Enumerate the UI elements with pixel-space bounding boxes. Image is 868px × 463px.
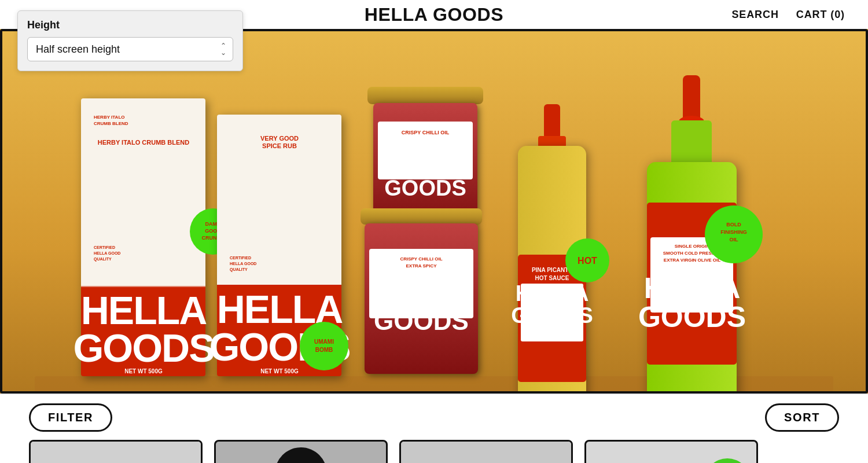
svg-text:HELLA: HELLA bbox=[644, 272, 741, 304]
svg-text:EXTRA VIRGIN OLIVE OIL: EXTRA VIRGIN OLIVE OIL bbox=[664, 258, 720, 263]
select-wrapper: Half screen height Full screen height Au… bbox=[27, 37, 233, 61]
svg-text:148ML: 148ML bbox=[542, 330, 562, 337]
height-select[interactable]: Half screen height Full screen height Au… bbox=[27, 37, 233, 61]
footer-bar: FILTER SORT bbox=[0, 394, 868, 440]
svg-text:OIL: OIL bbox=[730, 237, 739, 242]
svg-text:PINA PICANTE: PINA PICANTE bbox=[532, 267, 573, 273]
product-card-4[interactable] bbox=[584, 440, 758, 463]
product-card-1[interactable] bbox=[29, 440, 203, 463]
svg-text:VERY GOOD: VERY GOOD bbox=[260, 135, 299, 142]
svg-text:HELLA: HELLA bbox=[516, 281, 589, 306]
svg-rect-29 bbox=[367, 87, 483, 104]
dropdown-label: Height bbox=[27, 19, 233, 31]
svg-text:CRISPY CHILLI OIL: CRISPY CHILLI OIL bbox=[402, 130, 450, 135]
svg-text:GOODS: GOODS bbox=[511, 303, 593, 328]
svg-text:HERBY ITALO: HERBY ITALO bbox=[94, 115, 124, 120]
svg-text:GOODS: GOODS bbox=[73, 326, 214, 370]
hero-section: HERBY ITALO CRUMB BLEND HERBY ITALO CRUM… bbox=[0, 29, 868, 394]
svg-rect-54 bbox=[683, 75, 700, 122]
svg-text:NET WT 500G: NET WT 500G bbox=[124, 368, 163, 374]
filter-button[interactable]: FILTER bbox=[29, 403, 112, 432]
nav-search[interactable]: SEARCH bbox=[731, 9, 778, 21]
svg-text:NET WT 500G: NET WT 500G bbox=[260, 368, 299, 374]
svg-rect-56 bbox=[671, 120, 712, 167]
height-dropdown-popup: Height Half screen height Full screen he… bbox=[17, 10, 243, 71]
svg-text:CRISPY CHILLI OIL: CRISPY CHILLI OIL bbox=[400, 256, 442, 262]
svg-text:GOODS: GOODS bbox=[384, 176, 466, 200]
nav-right: SEARCH CART (0) bbox=[731, 9, 845, 21]
product-cards-row bbox=[0, 440, 868, 463]
svg-text:HOT SAUCE: HOT SAUCE bbox=[535, 275, 569, 281]
svg-text:QUALITY: QUALITY bbox=[230, 267, 248, 272]
card-black-circle-2 bbox=[275, 447, 327, 463]
nav-cart[interactable]: CART (0) bbox=[796, 9, 845, 21]
product-card-2[interactable] bbox=[214, 440, 388, 463]
svg-text:QUALITY: QUALITY bbox=[94, 257, 112, 262]
brand-name: HELLA GOODS bbox=[365, 4, 504, 25]
svg-text:FINISHING: FINISHING bbox=[720, 229, 747, 235]
svg-text:UMAMI: UMAMI bbox=[314, 339, 334, 345]
svg-point-26 bbox=[300, 322, 348, 370]
product-card-3[interactable] bbox=[399, 440, 573, 463]
svg-text:SPICE RUB: SPICE RUB bbox=[262, 142, 297, 149]
svg-text:GOODS: GOODS bbox=[374, 307, 469, 335]
card-green-circle-4 bbox=[704, 458, 751, 463]
svg-rect-35 bbox=[361, 208, 482, 225]
svg-text:GOODS: GOODS bbox=[638, 301, 746, 333]
svg-text:SINGLE ORIGIN: SINGLE ORIGIN bbox=[675, 244, 710, 249]
svg-text:CRUMB BLEND: CRUMB BLEND bbox=[94, 121, 128, 126]
svg-text:BOMB: BOMB bbox=[315, 347, 333, 353]
sort-button[interactable]: SORT bbox=[765, 403, 839, 432]
svg-text:HOT: HOT bbox=[578, 256, 597, 266]
nav-center: HELLA GOODS bbox=[365, 4, 504, 25]
svg-text:CERTIFIED: CERTIFIED bbox=[94, 245, 115, 249]
svg-text:HELLA: HELLA bbox=[389, 154, 462, 178]
svg-text:BOLD: BOLD bbox=[726, 222, 741, 227]
svg-text:HELLA GOOD: HELLA GOOD bbox=[94, 251, 120, 255]
svg-text:EXTRA SPICY: EXTRA SPICY bbox=[406, 263, 437, 269]
svg-text:HELLA: HELLA bbox=[379, 281, 464, 309]
svg-rect-42 bbox=[544, 104, 560, 139]
svg-text:CERTIFIED: CERTIFIED bbox=[230, 256, 251, 260]
svg-text:HERBY ITALO CRUMB BLEND: HERBY ITALO CRUMB BLEND bbox=[98, 139, 190, 146]
svg-text:HELLA GOOD: HELLA GOOD bbox=[230, 262, 256, 266]
